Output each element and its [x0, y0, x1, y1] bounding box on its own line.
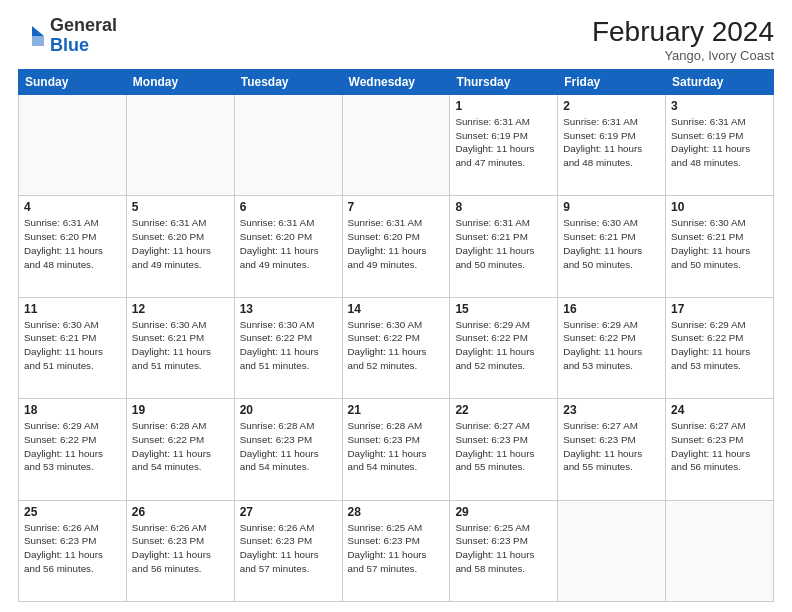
day-info: Sunrise: 6:29 AM Sunset: 6:22 PM Dayligh…: [563, 318, 660, 373]
day-number: 19: [132, 403, 229, 417]
calendar-cell: 19Sunrise: 6:28 AM Sunset: 6:22 PM Dayli…: [126, 399, 234, 500]
calendar-cell: 13Sunrise: 6:30 AM Sunset: 6:22 PM Dayli…: [234, 297, 342, 398]
title-block: February 2024 Yango, Ivory Coast: [592, 16, 774, 63]
day-info: Sunrise: 6:31 AM Sunset: 6:20 PM Dayligh…: [24, 216, 121, 271]
day-number: 21: [348, 403, 445, 417]
day-info: Sunrise: 6:31 AM Sunset: 6:19 PM Dayligh…: [563, 115, 660, 170]
day-number: 23: [563, 403, 660, 417]
day-number: 27: [240, 505, 337, 519]
svg-marker-1: [32, 36, 44, 46]
calendar-cell: 6Sunrise: 6:31 AM Sunset: 6:20 PM Daylig…: [234, 196, 342, 297]
day-of-week-header: Friday: [558, 70, 666, 95]
day-info: Sunrise: 6:31 AM Sunset: 6:20 PM Dayligh…: [132, 216, 229, 271]
month-year: February 2024: [592, 16, 774, 48]
day-number: 13: [240, 302, 337, 316]
day-info: Sunrise: 6:29 AM Sunset: 6:22 PM Dayligh…: [671, 318, 768, 373]
day-info: Sunrise: 6:30 AM Sunset: 6:21 PM Dayligh…: [24, 318, 121, 373]
day-number: 26: [132, 505, 229, 519]
day-of-week-header: Monday: [126, 70, 234, 95]
day-number: 6: [240, 200, 337, 214]
calendar-cell: [126, 95, 234, 196]
calendar-cell: 14Sunrise: 6:30 AM Sunset: 6:22 PM Dayli…: [342, 297, 450, 398]
calendar-cell: 29Sunrise: 6:25 AM Sunset: 6:23 PM Dayli…: [450, 500, 558, 601]
calendar-cell: 23Sunrise: 6:27 AM Sunset: 6:23 PM Dayli…: [558, 399, 666, 500]
day-info: Sunrise: 6:28 AM Sunset: 6:22 PM Dayligh…: [132, 419, 229, 474]
day-number: 20: [240, 403, 337, 417]
day-info: Sunrise: 6:27 AM Sunset: 6:23 PM Dayligh…: [563, 419, 660, 474]
calendar-cell: 7Sunrise: 6:31 AM Sunset: 6:20 PM Daylig…: [342, 196, 450, 297]
day-info: Sunrise: 6:28 AM Sunset: 6:23 PM Dayligh…: [348, 419, 445, 474]
calendar-cell: 27Sunrise: 6:26 AM Sunset: 6:23 PM Dayli…: [234, 500, 342, 601]
day-info: Sunrise: 6:26 AM Sunset: 6:23 PM Dayligh…: [132, 521, 229, 576]
day-info: Sunrise: 6:31 AM Sunset: 6:19 PM Dayligh…: [671, 115, 768, 170]
calendar-cell: 2Sunrise: 6:31 AM Sunset: 6:19 PM Daylig…: [558, 95, 666, 196]
day-number: 5: [132, 200, 229, 214]
calendar-cell: 1Sunrise: 6:31 AM Sunset: 6:19 PM Daylig…: [450, 95, 558, 196]
calendar-week-row: 18Sunrise: 6:29 AM Sunset: 6:22 PM Dayli…: [19, 399, 774, 500]
day-number: 24: [671, 403, 768, 417]
calendar-week-row: 25Sunrise: 6:26 AM Sunset: 6:23 PM Dayli…: [19, 500, 774, 601]
day-number: 16: [563, 302, 660, 316]
location: Yango, Ivory Coast: [592, 48, 774, 63]
calendar-table: SundayMondayTuesdayWednesdayThursdayFrid…: [18, 69, 774, 602]
calendar-cell: [234, 95, 342, 196]
day-number: 14: [348, 302, 445, 316]
day-info: Sunrise: 6:30 AM Sunset: 6:21 PM Dayligh…: [132, 318, 229, 373]
day-info: Sunrise: 6:26 AM Sunset: 6:23 PM Dayligh…: [24, 521, 121, 576]
calendar-cell: 12Sunrise: 6:30 AM Sunset: 6:21 PM Dayli…: [126, 297, 234, 398]
day-info: Sunrise: 6:27 AM Sunset: 6:23 PM Dayligh…: [671, 419, 768, 474]
day-info: Sunrise: 6:31 AM Sunset: 6:21 PM Dayligh…: [455, 216, 552, 271]
day-of-week-header: Wednesday: [342, 70, 450, 95]
calendar-cell: 9Sunrise: 6:30 AM Sunset: 6:21 PM Daylig…: [558, 196, 666, 297]
calendar-week-row: 4Sunrise: 6:31 AM Sunset: 6:20 PM Daylig…: [19, 196, 774, 297]
day-number: 4: [24, 200, 121, 214]
logo: General Blue: [18, 16, 117, 56]
calendar-cell: 5Sunrise: 6:31 AM Sunset: 6:20 PM Daylig…: [126, 196, 234, 297]
header: General Blue February 2024 Yango, Ivory …: [18, 16, 774, 63]
calendar-cell: 3Sunrise: 6:31 AM Sunset: 6:19 PM Daylig…: [666, 95, 774, 196]
calendar-cell: 10Sunrise: 6:30 AM Sunset: 6:21 PM Dayli…: [666, 196, 774, 297]
day-number: 25: [24, 505, 121, 519]
calendar-cell: 26Sunrise: 6:26 AM Sunset: 6:23 PM Dayli…: [126, 500, 234, 601]
calendar-cell: 4Sunrise: 6:31 AM Sunset: 6:20 PM Daylig…: [19, 196, 127, 297]
day-number: 18: [24, 403, 121, 417]
day-number: 17: [671, 302, 768, 316]
calendar-cell: 16Sunrise: 6:29 AM Sunset: 6:22 PM Dayli…: [558, 297, 666, 398]
day-info: Sunrise: 6:31 AM Sunset: 6:20 PM Dayligh…: [240, 216, 337, 271]
day-number: 3: [671, 99, 768, 113]
calendar-cell: 17Sunrise: 6:29 AM Sunset: 6:22 PM Dayli…: [666, 297, 774, 398]
calendar-cell: 25Sunrise: 6:26 AM Sunset: 6:23 PM Dayli…: [19, 500, 127, 601]
calendar-cell: [666, 500, 774, 601]
day-of-week-header: Saturday: [666, 70, 774, 95]
logo-text: General Blue: [50, 16, 117, 56]
day-number: 11: [24, 302, 121, 316]
day-info: Sunrise: 6:31 AM Sunset: 6:20 PM Dayligh…: [348, 216, 445, 271]
day-number: 8: [455, 200, 552, 214]
calendar-cell: 8Sunrise: 6:31 AM Sunset: 6:21 PM Daylig…: [450, 196, 558, 297]
day-info: Sunrise: 6:29 AM Sunset: 6:22 PM Dayligh…: [24, 419, 121, 474]
calendar-cell: 21Sunrise: 6:28 AM Sunset: 6:23 PM Dayli…: [342, 399, 450, 500]
calendar-cell: 22Sunrise: 6:27 AM Sunset: 6:23 PM Dayli…: [450, 399, 558, 500]
calendar-cell: 20Sunrise: 6:28 AM Sunset: 6:23 PM Dayli…: [234, 399, 342, 500]
day-info: Sunrise: 6:31 AM Sunset: 6:19 PM Dayligh…: [455, 115, 552, 170]
logo-icon: [18, 22, 46, 50]
calendar-week-row: 1Sunrise: 6:31 AM Sunset: 6:19 PM Daylig…: [19, 95, 774, 196]
day-of-week-header: Tuesday: [234, 70, 342, 95]
day-number: 9: [563, 200, 660, 214]
calendar-cell: [558, 500, 666, 601]
day-info: Sunrise: 6:25 AM Sunset: 6:23 PM Dayligh…: [455, 521, 552, 576]
calendar-cell: 28Sunrise: 6:25 AM Sunset: 6:23 PM Dayli…: [342, 500, 450, 601]
day-number: 12: [132, 302, 229, 316]
day-info: Sunrise: 6:30 AM Sunset: 6:21 PM Dayligh…: [671, 216, 768, 271]
day-number: 2: [563, 99, 660, 113]
day-info: Sunrise: 6:29 AM Sunset: 6:22 PM Dayligh…: [455, 318, 552, 373]
day-number: 1: [455, 99, 552, 113]
day-info: Sunrise: 6:26 AM Sunset: 6:23 PM Dayligh…: [240, 521, 337, 576]
day-of-week-header: Thursday: [450, 70, 558, 95]
day-number: 7: [348, 200, 445, 214]
svg-marker-0: [32, 26, 44, 36]
calendar-cell: [342, 95, 450, 196]
calendar-cell: 24Sunrise: 6:27 AM Sunset: 6:23 PM Dayli…: [666, 399, 774, 500]
day-info: Sunrise: 6:30 AM Sunset: 6:22 PM Dayligh…: [240, 318, 337, 373]
day-number: 22: [455, 403, 552, 417]
